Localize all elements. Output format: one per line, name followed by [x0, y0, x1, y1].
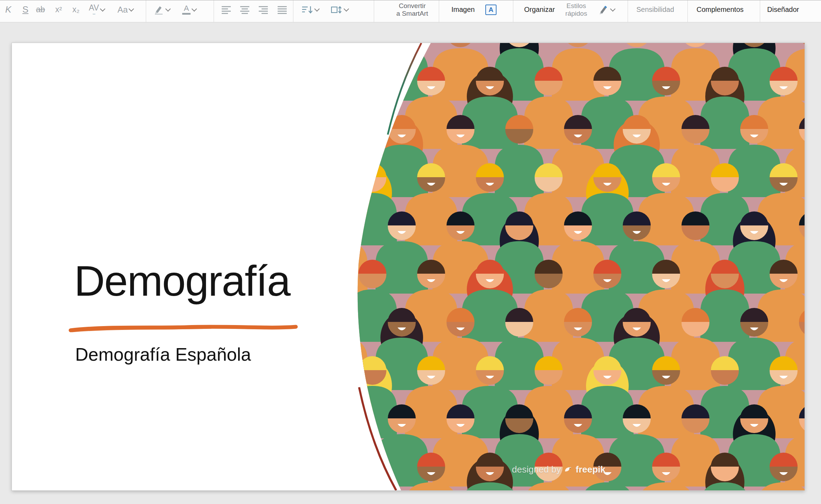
convert-smartart-label-line2: a SmartArt [397, 10, 428, 17]
watermark-brand: freepik [576, 464, 605, 475]
image-watermark: designed by freepik [512, 464, 606, 475]
align-center-icon [240, 6, 250, 14]
text-direction-button[interactable] [331, 0, 348, 22]
toolbar-divider [687, 0, 688, 22]
character-spacing-icon: AV ↔ [89, 4, 99, 15]
format-pen-button[interactable] [599, 0, 615, 22]
toolbar-divider [146, 0, 146, 22]
quick-styles-label-line2: rápidos [565, 10, 587, 17]
superscript-button[interactable]: x² [55, 0, 62, 22]
toolbar-divider [214, 0, 214, 22]
convert-smartart-label-line1: Convertir [397, 2, 428, 10]
addins-button[interactable]: Complementos [697, 0, 744, 22]
chevron-down-icon [314, 6, 320, 12]
toolbar-divider [628, 0, 628, 22]
designer-label: Diseñador [767, 6, 799, 14]
highlighter-pen-icon [154, 5, 164, 15]
format-pen-icon [599, 5, 609, 15]
insert-picture-button[interactable]: Imagen [451, 0, 475, 22]
strikethrough-button[interactable]: ab [36, 0, 45, 22]
subscript-button[interactable]: x₂ [72, 0, 79, 22]
sensitivity-label: Sensibilidad [636, 6, 674, 14]
underline-button[interactable]: S [22, 0, 28, 22]
convert-smartart-button[interactable]: Convertir a SmartArt [392, 0, 433, 22]
sort-text-button[interactable] [301, 0, 319, 22]
sensitivity-button[interactable]: Sensibilidad [636, 0, 674, 22]
insert-picture-label: Imagen [451, 6, 475, 14]
designer-button[interactable]: Diseñador [767, 0, 799, 22]
align-justify-icon [277, 6, 287, 14]
underline-icon: S [22, 4, 28, 15]
strikethrough-icon: ab [36, 5, 45, 14]
sort-icon [301, 5, 313, 14]
chevron-down-icon [100, 6, 106, 12]
arrange-button[interactable]: Organizar [524, 0, 555, 22]
toolbar-divider [439, 0, 439, 22]
powerpoint-window: { "toolbar": { "italic_label": "K", "und… [0, 0, 821, 504]
title-accent-underline [68, 323, 299, 335]
align-left-button[interactable] [221, 0, 231, 22]
crowd-illustration-image[interactable] [357, 43, 805, 490]
quick-styles-button[interactable]: Estilos rápidos [562, 0, 590, 22]
italic-icon: K [5, 4, 11, 15]
chevron-down-icon [165, 6, 171, 12]
chevron-down-icon [129, 6, 134, 12]
change-case-button[interactable]: Aa [117, 0, 133, 22]
toolbar-divider [513, 0, 513, 22]
superscript-icon: x² [55, 5, 62, 14]
align-left-icon [221, 6, 231, 14]
toolbar-divider [760, 0, 760, 22]
align-right-icon [258, 6, 268, 14]
textbox-icon: A [485, 5, 497, 15]
toolbar-divider [293, 0, 293, 22]
freepik-logo-icon [564, 466, 572, 474]
character-spacing-button[interactable]: AV ↔ [89, 0, 105, 22]
addins-label: Complementos [697, 6, 744, 14]
italic-button[interactable]: K [5, 0, 11, 22]
chevron-down-icon [610, 6, 616, 12]
ribbon-toolbar: K S ab x² x₂ AV ↔ Aa A [0, 0, 821, 22]
insert-textbox-button[interactable]: A [485, 0, 497, 22]
slide-subtitle[interactable]: Demografía Española [75, 344, 251, 365]
slide-title[interactable]: Demografía [74, 260, 290, 302]
align-right-button[interactable] [258, 0, 268, 22]
align-justify-button[interactable] [277, 0, 287, 22]
chevron-down-icon [192, 6, 197, 12]
arrange-label: Organizar [524, 6, 555, 14]
font-color-button[interactable]: A [182, 0, 196, 22]
align-center-button[interactable] [240, 0, 250, 22]
watermark-prefix: designed by [512, 464, 561, 475]
change-case-icon: Aa [117, 5, 128, 15]
highlight-color-button[interactable] [154, 0, 170, 22]
slide-canvas[interactable]: Demografía Demografía Española [12, 43, 805, 491]
toolbar-divider [374, 0, 374, 22]
subscript-icon: x₂ [72, 5, 79, 14]
slide-workspace: Demografía Demografía Española [0, 23, 821, 504]
text-direction-icon [331, 5, 343, 14]
chevron-down-icon [344, 6, 349, 12]
font-color-icon: A [182, 5, 191, 15]
quick-styles-label-line1: Estilos [565, 2, 587, 10]
